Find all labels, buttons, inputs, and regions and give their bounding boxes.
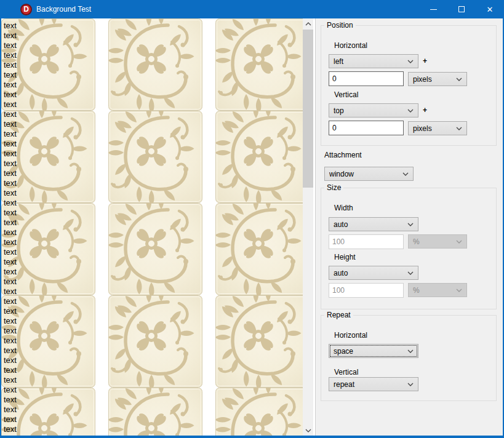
position-group: Position Horizontal left + pixels Vertic…: [321, 25, 497, 146]
chevron-down-icon: [407, 271, 414, 275]
overlay-text-line: text: [4, 100, 17, 110]
overlay-text-line: text: [4, 267, 17, 277]
overlay-text-line: text: [4, 159, 17, 169]
overlay-text-line: text: [4, 90, 17, 100]
tile-row: [1, 203, 303, 295]
position-horizontal-offset-input[interactable]: [329, 71, 404, 86]
tile-pattern: [1, 18, 303, 436]
attachment-select[interactable]: window: [324, 167, 414, 181]
overlay-text-line: text: [4, 80, 17, 90]
background-tile: [108, 203, 202, 295]
scroll-up-button[interactable]: [303, 18, 313, 29]
chevron-down-icon: [407, 223, 414, 226]
repeat-horizontal-label: Horizontal: [334, 331, 367, 340]
tile-row: [1, 111, 303, 203]
minimize-button[interactable]: [419, 0, 447, 18]
app-icon-letter: D: [23, 5, 29, 14]
position-vertical-select[interactable]: top: [329, 103, 418, 117]
overlay-text-line: text: [4, 188, 17, 198]
preview-canvas: texttexttexttexttexttexttexttexttexttext…: [1, 18, 303, 436]
background-tile: [215, 388, 303, 436]
overlay-text-line: text: [4, 218, 17, 228]
settings-panel: Position Horizontal left + pixels Vertic…: [316, 18, 503, 436]
size-group-legend: Size: [324, 183, 343, 192]
close-button[interactable]: ✕: [476, 0, 504, 18]
tile-row: [1, 295, 303, 388]
scroll-down-button[interactable]: [303, 425, 313, 436]
overlay-text-line: text: [4, 41, 17, 50]
background-tile: [108, 388, 202, 436]
overlay-text-line: text: [4, 316, 17, 326]
chevron-down-icon: [456, 289, 462, 292]
position-vertical-plus: +: [423, 106, 427, 114]
background-tile: [215, 111, 303, 203]
chevron-down-icon: [456, 78, 462, 81]
overlay-text-line: text: [4, 149, 17, 159]
position-horizontal-label: Horizontal: [334, 41, 367, 50]
position-vertical-unit-select[interactable]: pixels: [408, 121, 467, 135]
scrollbar-thumb[interactable]: [303, 30, 313, 188]
position-horizontal-unit-select[interactable]: pixels: [408, 72, 467, 86]
repeat-horizontal-select[interactable]: space: [329, 344, 418, 358]
background-tile: [108, 111, 202, 203]
overlay-text-line: text: [4, 60, 17, 70]
chevron-up-icon: [305, 22, 311, 26]
overlay-text-line: text: [4, 277, 17, 287]
size-height-label: Height: [334, 253, 356, 261]
overlay-text-line: text: [4, 178, 17, 188]
overlay-text-line: text: [4, 21, 17, 31]
overlay-text-line: text: [4, 297, 17, 306]
overlay-text-line: text: [4, 50, 17, 60]
window-body: texttexttexttexttexttexttexttexttexttext…: [1, 18, 503, 436]
window-title: Background Test: [36, 5, 91, 14]
repeat-vertical-label: Vertical: [334, 368, 358, 376]
titlebar[interactable]: D Background Test ✕: [0, 0, 504, 18]
repeat-vertical-select[interactable]: repeat: [329, 377, 418, 391]
chevron-down-icon: [407, 109, 414, 113]
tile-row: [1, 18, 303, 111]
overlay-text-line: text: [4, 415, 17, 424]
overlay-text-line: text: [4, 70, 17, 80]
chevron-down-icon: [407, 383, 414, 386]
maximize-button[interactable]: [447, 0, 476, 18]
minimize-icon: [430, 9, 437, 10]
size-height-value-input: [329, 283, 404, 298]
chevron-down-icon: [305, 429, 311, 432]
overlay-text-line: text: [4, 375, 17, 385]
overlay-text-line: text: [4, 336, 17, 346]
app-window: D Background Test ✕ texttexttexttexttext…: [0, 0, 504, 438]
overlay-text-line: text: [4, 395, 17, 405]
size-width-select[interactable]: auto: [329, 217, 418, 231]
position-horizontal-plus: +: [423, 57, 427, 65]
chevron-down-icon: [456, 240, 462, 244]
chevron-down-icon: [407, 349, 414, 353]
size-width-label: Width: [334, 204, 353, 212]
overlay-text-line: text: [4, 356, 17, 365]
chevron-down-icon: [407, 60, 414, 63]
size-group: Size Width auto % Height auto: [321, 188, 497, 309]
overlay-text-line: text: [4, 257, 17, 267]
tile-row: [1, 388, 303, 436]
overlay-text-line: text: [4, 119, 17, 129]
vertical-scrollbar[interactable]: [303, 18, 313, 436]
overlay-text-line: text: [4, 110, 17, 119]
overlay-text-line: text: [4, 424, 17, 434]
overlay-text-line: text: [4, 306, 17, 316]
position-horizontal-select[interactable]: left: [329, 54, 418, 68]
overlay-text-column: texttexttexttexttexttexttexttexttexttext…: [4, 21, 17, 434]
overlay-text-line: text: [4, 129, 17, 139]
position-vertical-offset-input[interactable]: [329, 121, 404, 135]
attachment-label: Attachment: [324, 151, 362, 159]
chevron-down-icon: [456, 127, 462, 130]
overlay-text-line: text: [4, 346, 17, 356]
maximize-icon: [458, 6, 465, 12]
overlay-text-line: text: [4, 198, 17, 208]
window-controls: ✕: [419, 0, 504, 18]
size-height-unit-select: %: [408, 283, 467, 297]
position-group-legend: Position: [324, 21, 356, 30]
overlay-text-line: text: [4, 237, 17, 247]
overlay-text-line: text: [4, 385, 17, 395]
app-icon: D: [20, 4, 32, 15]
size-height-select[interactable]: auto: [329, 266, 418, 280]
overlay-text-line: text: [4, 326, 17, 336]
